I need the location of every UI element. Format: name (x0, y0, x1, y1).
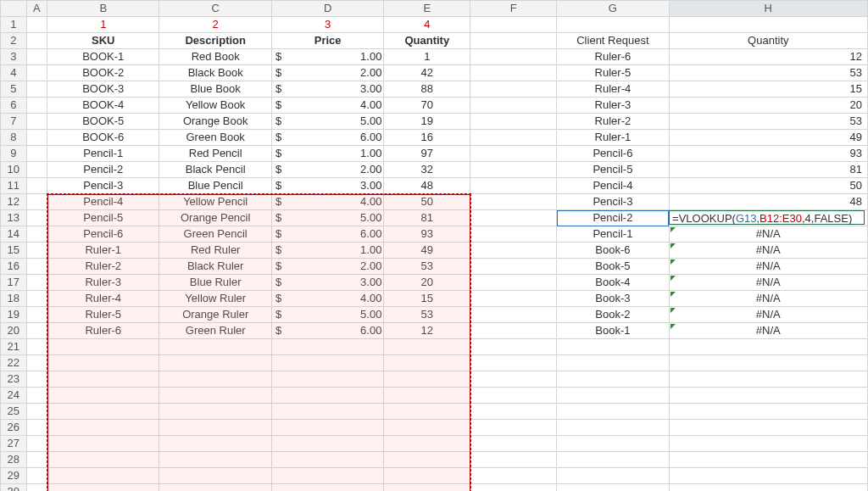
cell-E24[interactable] (384, 388, 470, 404)
cell-H20[interactable]: #N/A (669, 323, 867, 339)
cell-G13[interactable]: Pencil-2 (557, 210, 669, 226)
cell-F11[interactable] (470, 178, 557, 194)
cell-C17[interactable]: Blue Ruler (159, 275, 271, 291)
row-header-3[interactable]: 3 (1, 49, 27, 65)
cell-D21[interactable] (271, 339, 383, 355)
cell-A19[interactable] (26, 307, 47, 323)
cell-D12[interactable]: $4.00 (271, 194, 383, 210)
cell-F19[interactable] (470, 307, 557, 323)
cell-A8[interactable] (26, 130, 47, 146)
cell-C15[interactable]: Red Ruler (159, 243, 271, 259)
cell-A9[interactable] (26, 146, 47, 162)
cell-F18[interactable] (470, 291, 557, 307)
cell-F7[interactable] (470, 114, 557, 130)
cell-B9[interactable]: Pencil-1 (47, 146, 159, 162)
col-header-E[interactable]: E (384, 1, 470, 17)
cell-B6[interactable]: BOOK-4 (47, 98, 159, 114)
spreadsheet[interactable]: A B C D E F G H 112342SKUDescriptionPric… (0, 0, 868, 491)
cell-D26[interactable] (271, 420, 383, 436)
cell-B26[interactable] (47, 420, 159, 436)
cell-C13[interactable]: Orange Pencil (159, 210, 271, 226)
cell-H9[interactable]: 93 (669, 146, 867, 162)
cell-F10[interactable] (470, 162, 557, 178)
row-header-17[interactable]: 17 (1, 275, 27, 291)
row-header-11[interactable]: 11 (1, 178, 27, 194)
cell-A28[interactable] (26, 452, 47, 468)
cell-D11[interactable]: $3.00 (271, 178, 383, 194)
col-header-A[interactable]: A (26, 1, 47, 17)
cell-B11[interactable]: Pencil-3 (47, 178, 159, 194)
cell-A23[interactable] (26, 371, 47, 388)
cell-A14[interactable] (26, 226, 47, 243)
cell-A7[interactable] (26, 114, 47, 130)
cell-H27[interactable] (669, 436, 867, 452)
cell-B27[interactable] (47, 436, 159, 452)
cell-A21[interactable] (26, 339, 47, 355)
grid[interactable]: A B C D E F G H 112342SKUDescriptionPric… (0, 0, 868, 491)
col-header-C[interactable]: C (159, 1, 271, 17)
row-header-30[interactable]: 30 (1, 484, 27, 492)
cell-G24[interactable] (557, 388, 669, 404)
cell-C7[interactable]: Orange Book (159, 114, 271, 130)
col-header-D[interactable]: D (271, 1, 383, 17)
cell-H7[interactable]: 53 (669, 114, 867, 130)
cell-A1[interactable] (26, 17, 47, 33)
cell-B18[interactable]: Ruler-4 (47, 291, 159, 307)
cell-E16[interactable]: 53 (384, 259, 470, 275)
cell-D7[interactable]: $5.00 (271, 114, 383, 130)
cell-D25[interactable] (271, 404, 383, 420)
cell-G27[interactable] (557, 436, 669, 452)
cell-E11[interactable]: 48 (384, 178, 470, 194)
row-header-1[interactable]: 1 (1, 17, 27, 33)
cell-C12[interactable]: Yellow Pencil (159, 194, 271, 210)
row-header-14[interactable]: 14 (1, 226, 27, 243)
row-header-21[interactable]: 21 (1, 339, 27, 355)
row-header-6[interactable]: 6 (1, 98, 27, 114)
cell-F4[interactable] (470, 65, 557, 81)
cell-C28[interactable] (159, 452, 271, 468)
col-header-H[interactable]: H (669, 1, 867, 17)
cell-G2[interactable]: Client Request (557, 33, 669, 49)
cell-B28[interactable] (47, 452, 159, 468)
cell-B22[interactable] (47, 355, 159, 371)
cell-G12[interactable]: Pencil-3 (557, 194, 669, 210)
cell-C2[interactable]: Description (159, 33, 271, 49)
cell-D18[interactable]: $4.00 (271, 291, 383, 307)
cell-A30[interactable] (26, 484, 47, 492)
cell-G14[interactable]: Pencil-1 (557, 226, 669, 243)
cell-A18[interactable] (26, 291, 47, 307)
col-header-F[interactable]: F (470, 1, 557, 17)
cell-C11[interactable]: Blue Pencil (159, 178, 271, 194)
col-header-B[interactable]: B (47, 1, 159, 17)
cell-H2[interactable]: Quantity (669, 33, 867, 49)
cell-C22[interactable] (159, 355, 271, 371)
cell-A22[interactable] (26, 355, 47, 371)
cell-F1[interactable] (470, 17, 557, 33)
cell-B12[interactable]: Pencil-4 (47, 194, 159, 210)
cell-C6[interactable]: Yellow Book (159, 98, 271, 114)
cell-C14[interactable]: Green Pencil (159, 226, 271, 243)
cell-H15[interactable]: #N/A (669, 243, 867, 259)
cell-C30[interactable] (159, 484, 271, 492)
cell-E8[interactable]: 16 (384, 130, 470, 146)
cell-C1[interactable]: 2 (159, 17, 271, 33)
cell-C29[interactable] (159, 468, 271, 484)
row-header-13[interactable]: 13 (1, 210, 27, 226)
cell-F9[interactable] (470, 146, 557, 162)
cell-D5[interactable]: $3.00 (271, 81, 383, 98)
cell-A11[interactable] (26, 178, 47, 194)
cell-A25[interactable] (26, 404, 47, 420)
cell-D4[interactable]: $2.00 (271, 65, 383, 81)
cell-D14[interactable]: $6.00 (271, 226, 383, 243)
cell-G9[interactable]: Pencil-6 (557, 146, 669, 162)
cell-A2[interactable] (26, 33, 47, 49)
cell-B21[interactable] (47, 339, 159, 355)
cell-A17[interactable] (26, 275, 47, 291)
cell-F8[interactable] (470, 130, 557, 146)
cell-H10[interactable]: 81 (669, 162, 867, 178)
row-header-4[interactable]: 4 (1, 65, 27, 81)
cell-G8[interactable]: Ruler-1 (557, 130, 669, 146)
cell-A20[interactable] (26, 323, 47, 339)
cell-H8[interactable]: 49 (669, 130, 867, 146)
cell-F20[interactable] (470, 323, 557, 339)
